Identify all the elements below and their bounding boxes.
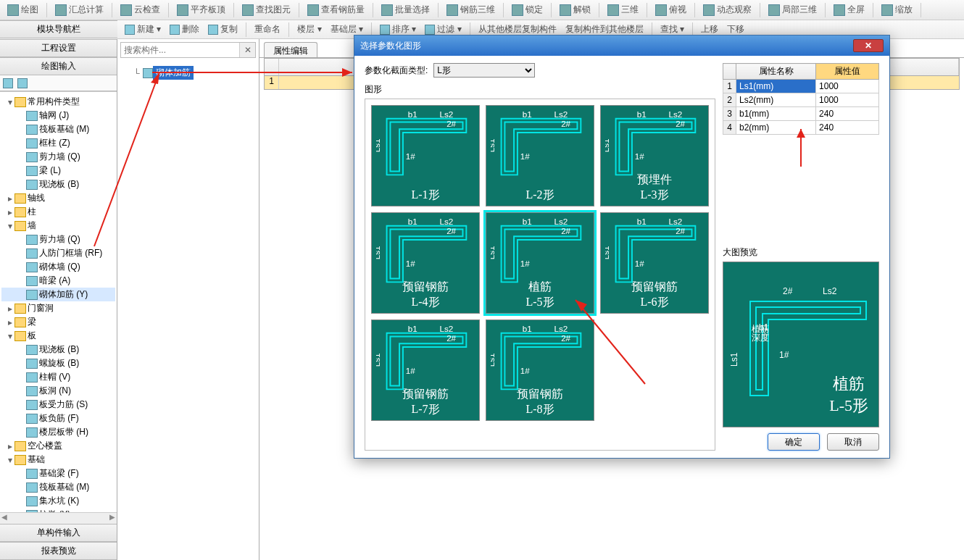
expand-all-icon[interactable] bbox=[3, 78, 13, 88]
tree-node-暗梁 (A)[interactable]: 暗梁 (A) bbox=[1, 274, 115, 288]
ribbon-解锁[interactable]: 解锁 bbox=[557, 2, 594, 17]
tree-node-剪力墙 (Q)[interactable]: 剪力墙 (Q) bbox=[1, 150, 115, 164]
tree-node-基础梁 (F)[interactable]: 基础梁 (F) bbox=[1, 467, 115, 480]
ribbon-查找图元[interactable]: 查找图元 bbox=[239, 2, 294, 17]
component-instance[interactable]: 砌体加筋 bbox=[153, 66, 194, 80]
attr-value[interactable]: 1000 bbox=[816, 93, 879, 107]
tab-project-settings[interactable]: 工程设置 bbox=[0, 39, 117, 57]
component-instance-list[interactable]: └ 砌体加筋 bbox=[117, 61, 259, 560]
tree-node-螺旋板 (B)[interactable]: 螺旋板 (B) bbox=[1, 356, 115, 370]
component-tree[interactable]: ▾常用构件类型轴网 (J)筏板基础 (M)框柱 (Z)剪力墙 (Q)梁 (L)现… bbox=[0, 91, 117, 512]
horizontal-scrollbar[interactable] bbox=[0, 512, 117, 524]
tree-node-板洞 (N)[interactable]: 板洞 (N) bbox=[1, 384, 115, 398]
shape-L-4形[interactable]: b1Ls22#1#Ls1预留钢筋L-4形 bbox=[371, 212, 480, 314]
tree-node-门窗洞[interactable]: ▸门窗洞 bbox=[1, 301, 115, 315]
ribbon-绘图[interactable]: 绘图 bbox=[4, 2, 41, 17]
shape-L-2形[interactable]: b1Ls22#1#Ls1L-2形 bbox=[486, 105, 594, 206]
ribbon-查看钢筋量[interactable]: 查看钢筋量 bbox=[304, 2, 367, 17]
tree-node-筏板基础 (M)[interactable]: 筏板基础 (M) bbox=[1, 122, 115, 136]
shape-L-3形[interactable]: b1Ls22#1#Ls1预埋件L-3形 bbox=[600, 105, 709, 206]
tree-expander-icon[interactable]: ▸ bbox=[6, 304, 14, 314]
tree-node-梁[interactable]: ▸梁 bbox=[1, 315, 115, 329]
folder-icon bbox=[14, 97, 26, 107]
cancel-button[interactable]: 取消 bbox=[827, 433, 879, 451]
subribbon-重命名[interactable]: 重命名 bbox=[252, 22, 283, 37]
tree-expander-icon[interactable]: ▸ bbox=[6, 441, 14, 451]
ribbon-局部三维[interactable]: 局部三维 bbox=[765, 2, 820, 17]
shape-L-6形[interactable]: b1Ls22#1#Ls1预留钢筋L-6形 bbox=[600, 212, 709, 314]
ribbon-动态观察[interactable]: 动态观察 bbox=[700, 2, 755, 17]
tree-expander-icon[interactable]: ▾ bbox=[6, 455, 14, 465]
tree-node-轴线[interactable]: ▸轴线 bbox=[1, 191, 115, 205]
tree-node-剪力墙 (Q)[interactable]: 剪力墙 (Q) bbox=[1, 233, 115, 246]
shape-L-7形[interactable]: b1Ls22#1#Ls1预留钢筋L-7形 bbox=[371, 319, 480, 421]
attr-row-Ls1(mm)[interactable]: 1Ls1(mm)1000 bbox=[723, 80, 879, 93]
dialog-titlebar[interactable]: 选择参数化图形 ✕ bbox=[354, 35, 889, 56]
tree-node-框柱 (Z)[interactable]: 框柱 (Z) bbox=[1, 136, 115, 150]
ribbon-汇总计算[interactable]: 汇总计算 bbox=[52, 2, 107, 17]
attr-value[interactable]: 240 bbox=[816, 121, 879, 135]
tree-node-轴网 (J)[interactable]: 轴网 (J) bbox=[1, 109, 115, 122]
tab-property-edit[interactable]: 属性编辑 bbox=[264, 42, 317, 57]
tree-node-板[interactable]: ▾板 bbox=[1, 329, 115, 343]
tree-node-楼层板带 (H)[interactable]: 楼层板带 (H) bbox=[1, 425, 115, 439]
attr-value[interactable]: 240 bbox=[816, 107, 879, 121]
attr-value[interactable]: 1000 bbox=[816, 80, 879, 93]
attr-name: Ls1(mm) bbox=[736, 80, 816, 93]
svg-text:Ls2: Ls2 bbox=[668, 110, 682, 119]
svg-text:1#: 1# bbox=[406, 366, 415, 375]
tree-expander-icon[interactable]: ▸ bbox=[6, 207, 14, 217]
tab-single-component[interactable]: 单构件输入 bbox=[0, 524, 117, 542]
tab-draw-input[interactable]: 绘图输入 bbox=[0, 57, 117, 75]
ribbon-平齐板顶[interactable]: 平齐板顶 bbox=[174, 2, 228, 17]
attr-row-b2(mm)[interactable]: 4b2(mm)240 bbox=[723, 121, 879, 135]
tree-node-筏板基础 (M)[interactable]: 筏板基础 (M) bbox=[1, 480, 115, 494]
ribbon-三维[interactable]: 三维 bbox=[604, 2, 641, 17]
tree-node-板受力筋 (S)[interactable]: 板受力筋 (S) bbox=[1, 398, 115, 411]
subribbon-楼层[interactable]: 楼层 ▾ bbox=[294, 22, 324, 37]
tree-node-柱帽 (V)[interactable]: 柱帽 (V) bbox=[1, 370, 115, 384]
tree-node-人防门框墙 (RF)[interactable]: 人防门框墙 (RF) bbox=[1, 246, 115, 260]
tree-node-柱[interactable]: ▸柱 bbox=[1, 205, 115, 219]
tree-expander-icon[interactable]: ▾ bbox=[6, 331, 14, 341]
tree-node-板负筋 (F)[interactable]: 板负筋 (F) bbox=[1, 411, 115, 425]
shape-L-1形[interactable]: b1Ls22#1#Ls1L-1形 bbox=[371, 105, 480, 206]
ribbon-批量选择[interactable]: 批量选择 bbox=[378, 2, 433, 17]
ribbon-俯视[interactable]: 俯视 bbox=[652, 2, 689, 17]
ribbon-缩放[interactable]: 缩放 bbox=[878, 2, 915, 17]
ribbon-全屏[interactable]: 全屏 bbox=[831, 2, 868, 17]
tree-node-梁 (L)[interactable]: 梁 (L) bbox=[1, 164, 115, 177]
attr-row-Ls2(mm)[interactable]: 2Ls2(mm)1000 bbox=[723, 93, 879, 107]
ok-button[interactable]: 确定 bbox=[768, 433, 820, 451]
ribbon-锁定[interactable]: 锁定 bbox=[509, 2, 546, 17]
shape-L-8形[interactable]: b1Ls22#1#Ls1预留钢筋L-8形 bbox=[486, 319, 594, 421]
tree-expander-icon[interactable]: ▾ bbox=[6, 221, 14, 231]
attribute-table[interactable]: 属性名称 属性值 1Ls1(mm)10002Ls2(mm)10003b1(mm)… bbox=[723, 63, 879, 135]
subribbon-新建[interactable]: 新建 ▾ bbox=[122, 22, 164, 37]
search-input[interactable] bbox=[121, 43, 239, 57]
collapse-all-icon[interactable] bbox=[17, 78, 28, 88]
shape-L-5形[interactable]: b1Ls22#1#Ls1植筋L-5形 bbox=[486, 212, 594, 314]
tree-node-常用构件类型[interactable]: ▾常用构件类型 bbox=[1, 95, 115, 109]
tree-expander-icon[interactable]: ▸ bbox=[6, 317, 14, 327]
tree-node-空心楼盖[interactable]: ▸空心楼盖 bbox=[1, 439, 115, 453]
search-clear-button[interactable]: ✕ bbox=[239, 43, 255, 57]
tree-expander-icon[interactable]: ▾ bbox=[6, 97, 14, 107]
tree-node-集水坑 (K)[interactable]: 集水坑 (K) bbox=[1, 494, 115, 508]
ribbon-云检查[interactable]: 云检查 bbox=[117, 2, 163, 17]
tree-node-砌体加筋 (Y)[interactable]: 砌体加筋 (Y) bbox=[1, 288, 115, 301]
tree-node-现浇板 (B)[interactable]: 现浇板 (B) bbox=[1, 177, 115, 191]
tab-report-preview[interactable]: 报表预览 bbox=[0, 542, 117, 560]
attr-row-b1(mm)[interactable]: 3b1(mm)240 bbox=[723, 107, 879, 121]
section-type-select[interactable]: L形 bbox=[433, 63, 535, 78]
attr-header-name: 属性名称 bbox=[736, 64, 816, 80]
subribbon-复制[interactable]: 复制 bbox=[205, 22, 241, 37]
tree-node-砌体墙 (Q)[interactable]: 砌体墙 (Q) bbox=[1, 260, 115, 274]
ribbon-钢筋三维[interactable]: 钢筋三维 bbox=[444, 2, 498, 17]
tree-node-现浇板 (B)[interactable]: 现浇板 (B) bbox=[1, 343, 115, 356]
close-button[interactable]: ✕ bbox=[853, 39, 884, 52]
tree-node-墙[interactable]: ▾墙 bbox=[1, 219, 115, 233]
tree-expander-icon[interactable]: ▸ bbox=[6, 193, 14, 204]
subribbon-删除[interactable]: 删除 bbox=[167, 22, 202, 37]
tree-node-基础[interactable]: ▾基础 bbox=[1, 453, 115, 467]
